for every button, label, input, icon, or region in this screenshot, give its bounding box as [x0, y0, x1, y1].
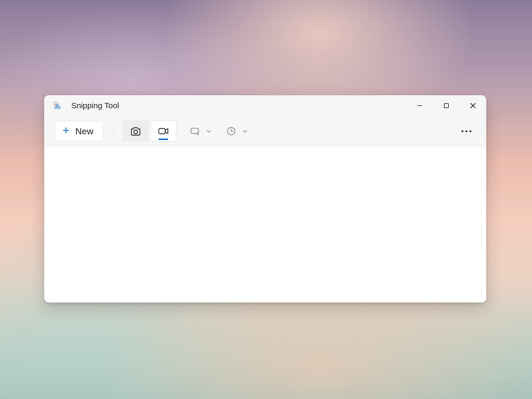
- chevron-down-icon: [241, 128, 249, 134]
- maximize-button[interactable]: [433, 95, 460, 116]
- chevron-down-icon: [205, 128, 213, 134]
- app-window: Snipping Tool: [44, 95, 486, 302]
- more-options-button[interactable]: [457, 123, 476, 139]
- camera-icon: [130, 125, 142, 137]
- svg-point-11: [134, 130, 138, 134]
- close-icon: [469, 102, 476, 109]
- new-button[interactable]: New: [55, 121, 103, 141]
- new-button-label: New: [75, 126, 93, 136]
- maximize-icon: [443, 102, 450, 109]
- video-mode-button[interactable]: [150, 120, 176, 142]
- close-button[interactable]: [460, 95, 486, 116]
- window-caption-buttons: [406, 95, 486, 116]
- titlebar[interactable]: Snipping Tool: [44, 95, 486, 116]
- toolbar-divider: [113, 125, 114, 137]
- photo-mode-button[interactable]: [123, 120, 149, 142]
- clock-icon: [225, 125, 237, 137]
- ellipsis-icon: [462, 130, 471, 132]
- toolbar: New: [44, 116, 486, 147]
- app-icon-snipping-tool: [53, 102, 61, 110]
- app-title: Snipping Tool: [71, 101, 119, 110]
- plus-icon: [62, 126, 70, 136]
- content-area: [44, 147, 486, 302]
- capture-mode-group: [123, 120, 176, 142]
- video-icon: [157, 125, 169, 137]
- delay-dropdown[interactable]: [225, 125, 249, 137]
- svg-rect-12: [159, 128, 165, 134]
- minimize-button[interactable]: [406, 95, 433, 116]
- minimize-icon: [417, 102, 423, 109]
- snip-shape-dropdown[interactable]: [189, 125, 213, 137]
- rectangle-snip-icon: [189, 125, 201, 137]
- svg-rect-6: [444, 103, 448, 108]
